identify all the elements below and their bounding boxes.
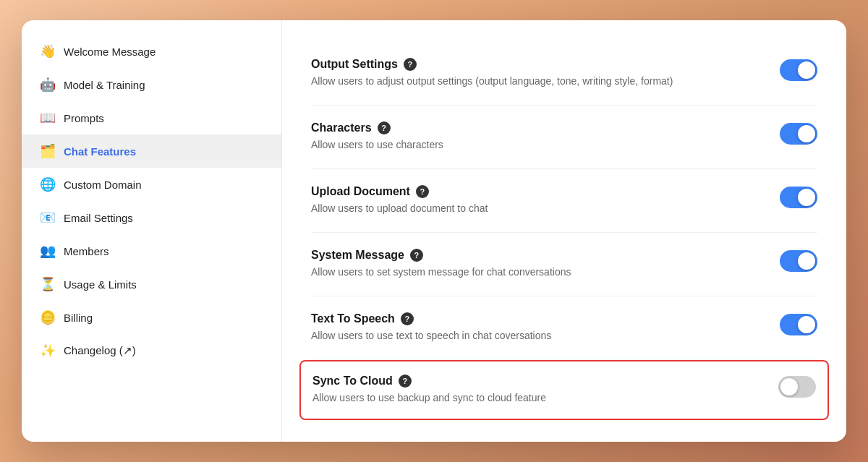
- setting-row-system-message: System Message?Allow users to set system…: [311, 233, 817, 296]
- setting-info-text-to-speech: Text To Speech?Allow users to use text t…: [311, 312, 780, 343]
- sidebar-label-chat-features: Chat Features: [64, 145, 264, 158]
- welcome-message-icon: 👋: [39, 43, 56, 59]
- sidebar: 👋Welcome Message🤖Model & Training📖Prompt…: [22, 20, 282, 442]
- setting-title-upload-document: Upload Document?: [311, 185, 765, 198]
- setting-title-text-upload-document: Upload Document: [311, 185, 410, 198]
- setting-title-sync-to-cloud: Sync To Cloud?: [312, 375, 764, 388]
- sidebar-label-model-training: Model & Training: [64, 79, 264, 91]
- setting-row-characters: Characters?Allow users to use characters: [311, 106, 817, 169]
- help-icon-system-message[interactable]: ?: [410, 249, 423, 262]
- setting-title-text-output-settings: Output Settings: [311, 58, 398, 71]
- prompts-icon: 📖: [39, 110, 56, 126]
- sidebar-label-email-settings: Email Settings: [64, 212, 264, 224]
- setting-desc-sync-to-cloud: Allow users to use backup and sync to cl…: [312, 390, 764, 406]
- setting-title-text-text-to-speech: Text To Speech: [311, 312, 395, 325]
- main-container: 👋Welcome Message🤖Model & Training📖Prompt…: [22, 20, 846, 442]
- setting-info-characters: Characters?Allow users to use characters: [311, 121, 780, 153]
- help-icon-upload-document[interactable]: ?: [416, 185, 429, 198]
- setting-row-output-settings: Output Settings?Allow users to adjust ou…: [311, 42, 817, 106]
- setting-desc-upload-document: Allow users to upload document to chat: [311, 201, 765, 216]
- setting-title-text-characters: Characters: [311, 121, 372, 134]
- setting-title-text-to-speech: Text To Speech?: [311, 312, 765, 325]
- sidebar-item-changelog[interactable]: ✨Changelog (↗): [22, 334, 281, 367]
- setting-desc-characters: Allow users to use characters: [311, 137, 765, 153]
- toggle-track-text-to-speech[interactable]: [780, 314, 817, 335]
- toggle-sync-to-cloud[interactable]: [778, 376, 816, 398]
- chat-features-icon: 🗂️: [39, 143, 56, 159]
- toggle-track-upload-document[interactable]: [780, 187, 817, 208]
- changelog-icon: ✨: [39, 343, 56, 359]
- setting-row-upload-document: Upload Document?Allow users to upload do…: [311, 169, 817, 233]
- help-icon-sync-to-cloud[interactable]: ?: [399, 375, 412, 388]
- setting-title-text-system-message: System Message: [311, 249, 404, 262]
- sidebar-label-prompts: Prompts: [64, 112, 264, 124]
- sidebar-item-custom-domain[interactable]: 🌐Custom Domain: [22, 168, 281, 201]
- sidebar-item-billing[interactable]: 🪙Billing: [22, 301, 281, 334]
- toggle-thumb-upload-document: [798, 189, 815, 206]
- toggle-characters[interactable]: [780, 123, 817, 145]
- toggle-thumb-sync-to-cloud: [780, 378, 798, 395]
- email-settings-icon: 📧: [39, 210, 56, 226]
- setting-info-sync-to-cloud: Sync To Cloud?Allow users to use backup …: [312, 375, 778, 406]
- setting-title-output-settings: Output Settings?: [311, 58, 765, 71]
- billing-icon: 🪙: [39, 309, 56, 325]
- sidebar-label-billing: Billing: [64, 312, 264, 324]
- setting-info-output-settings: Output Settings?Allow users to adjust ou…: [311, 58, 780, 89]
- help-icon-output-settings[interactable]: ?: [404, 58, 417, 71]
- toggle-thumb-characters: [798, 125, 815, 142]
- sidebar-item-prompts[interactable]: 📖Prompts: [22, 101, 281, 134]
- toggle-system-message[interactable]: [780, 250, 817, 272]
- toggle-output-settings[interactable]: [780, 59, 817, 81]
- setting-row-sync-to-cloud: Sync To Cloud?Allow users to use backup …: [299, 360, 829, 420]
- toggle-thumb-output-settings: [798, 61, 815, 79]
- sidebar-item-welcome-message[interactable]: 👋Welcome Message: [22, 35, 281, 68]
- help-icon-characters[interactable]: ?: [378, 121, 391, 134]
- toggle-thumb-system-message: [798, 252, 815, 270]
- toggle-upload-document[interactable]: [780, 187, 817, 208]
- main-content: Output Settings?Allow users to adjust ou…: [282, 20, 846, 442]
- setting-desc-system-message: Allow users to set system message for ch…: [311, 265, 765, 280]
- help-icon-text-to-speech[interactable]: ?: [401, 312, 414, 325]
- custom-domain-icon: 🌐: [39, 176, 56, 192]
- toggle-thumb-text-to-speech: [798, 316, 815, 333]
- sidebar-label-welcome-message: Welcome Message: [64, 46, 264, 58]
- toggle-track-output-settings[interactable]: [780, 59, 817, 81]
- setting-info-upload-document: Upload Document?Allow users to upload do…: [311, 185, 780, 216]
- sidebar-label-usage-limits: Usage & Limits: [64, 278, 264, 291]
- setting-title-characters: Characters?: [311, 121, 765, 134]
- toggle-text-to-speech[interactable]: [780, 314, 817, 335]
- sidebar-label-changelog: Changelog (↗): [64, 344, 264, 357]
- usage-limits-icon: ⏳: [39, 276, 56, 292]
- setting-desc-text-to-speech: Allow users to use text to speech in cha…: [311, 328, 765, 343]
- toggle-track-system-message[interactable]: [780, 250, 817, 272]
- setting-info-system-message: System Message?Allow users to set system…: [311, 249, 780, 280]
- sidebar-item-usage-limits[interactable]: ⏳Usage & Limits: [22, 268, 281, 301]
- sidebar-item-email-settings[interactable]: 📧Email Settings: [22, 201, 281, 234]
- toggle-track-characters[interactable]: [780, 123, 817, 145]
- setting-row-text-to-speech: Text To Speech?Allow users to use text t…: [311, 296, 817, 360]
- model-training-icon: 🤖: [39, 77, 56, 93]
- members-icon: 👥: [39, 243, 56, 259]
- setting-title-text-sync-to-cloud: Sync To Cloud: [312, 375, 393, 388]
- sidebar-item-chat-features[interactable]: 🗂️Chat Features: [22, 134, 281, 168]
- sidebar-label-custom-domain: Custom Domain: [64, 179, 264, 191]
- sidebar-item-members[interactable]: 👥Members: [22, 234, 281, 268]
- setting-desc-output-settings: Allow users to adjust output settings (o…: [311, 74, 765, 89]
- sidebar-item-model-training[interactable]: 🤖Model & Training: [22, 68, 281, 101]
- setting-title-system-message: System Message?: [311, 249, 765, 262]
- sidebar-label-members: Members: [64, 245, 264, 257]
- toggle-track-sync-to-cloud[interactable]: [778, 376, 816, 398]
